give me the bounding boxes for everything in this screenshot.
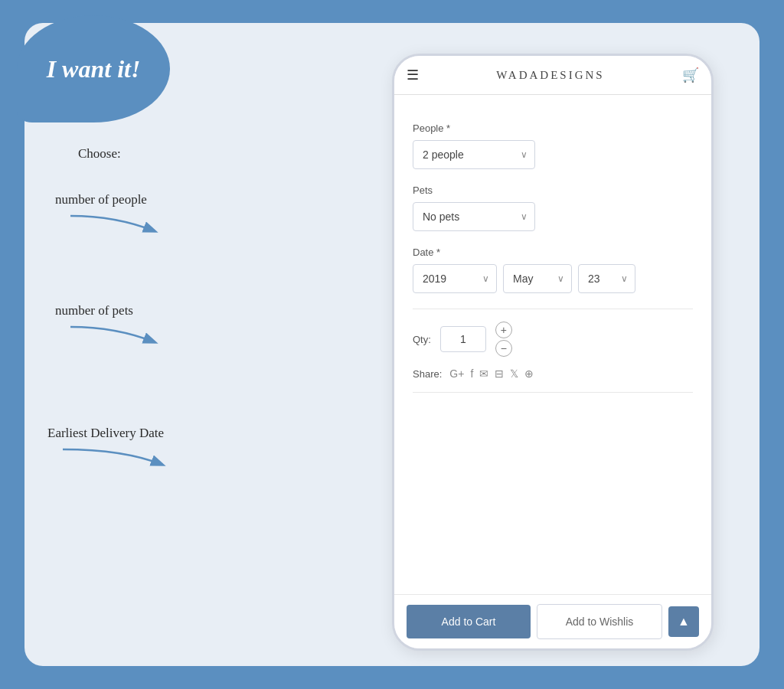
hamburger-icon[interactable]: ☰ — [407, 67, 419, 83]
share-email-icon[interactable]: ✉ — [479, 367, 488, 380]
phone-bottom: Add to Cart Add to Wishlis ▲ — [394, 594, 711, 648]
arrow-pets — [55, 319, 162, 365]
people-label: People * — [413, 122, 693, 134]
outer-card: I want it! Choose: number of people numb… — [24, 23, 760, 666]
annotation-people: number of people — [55, 191, 162, 254]
people-select-wrapper[interactable]: 1 person 2 people 3 people 4 people 5+ p… — [413, 140, 535, 169]
share-twitter-icon[interactable]: 𝕏 — [510, 367, 518, 380]
divider-2 — [413, 392, 693, 393]
nav-title: WADADESIGNS — [496, 69, 604, 82]
arrow-people — [55, 208, 162, 254]
qty-label: Qty: — [413, 334, 431, 345]
pets-label: Pets — [413, 184, 693, 196]
day-select[interactable]: 1234 5101520 23252831 — [578, 264, 635, 293]
qty-increase-button[interactable]: + — [495, 322, 512, 338]
share-icons: G+ f ✉ ⊟ 𝕏 ⊕ — [449, 367, 534, 380]
share-print-icon[interactable]: ⊟ — [495, 367, 504, 380]
share-facebook-icon[interactable]: f — [470, 367, 473, 380]
annotations-area: Choose: number of people number of pets — [47, 138, 323, 597]
bubble: I want it! — [17, 15, 170, 122]
annotation-date: Earliest Delivery Date — [47, 425, 170, 488]
divider-1 — [413, 309, 693, 309]
pets-select-wrapper[interactable]: No pets 1 pet 2 pets 3+ pets — [413, 202, 535, 231]
qty-controls: + − — [495, 322, 512, 357]
year-select-wrapper[interactable]: 2019 2020 2021 — [413, 264, 497, 293]
scroll-top-button[interactable]: ▲ — [668, 606, 699, 637]
cart-icon[interactable]: 🛒 — [682, 67, 699, 83]
pets-field-group: Pets No pets 1 pet 2 pets 3+ pets — [413, 184, 693, 231]
share-google-icon[interactable]: G+ — [449, 367, 464, 380]
month-select[interactable]: JanFebMarApr MayJunJulAug SepOctNovDec — [503, 264, 572, 293]
bubble-text: I want it! — [47, 54, 141, 83]
pets-select[interactable]: No pets 1 pet 2 pets 3+ pets — [413, 202, 535, 231]
phone-content[interactable]: People * 1 person 2 people 3 people 4 pe… — [394, 95, 711, 594]
add-to-wishlist-button[interactable]: Add to Wishlis — [537, 604, 662, 639]
share-label: Share: — [413, 368, 442, 380]
month-select-wrapper[interactable]: JanFebMarApr MayJunJulAug SepOctNovDec — [503, 264, 572, 293]
annotation-choose: Choose: — [78, 145, 121, 162]
people-field-group: People * 1 person 2 people 3 people 4 pe… — [413, 122, 693, 169]
arrow-date — [47, 442, 170, 488]
qty-decrease-button[interactable]: − — [495, 340, 512, 357]
phone-nav: ☰ WADADESIGNS 🛒 — [394, 56, 711, 95]
people-select[interactable]: 1 person 2 people 3 people 4 people 5+ p… — [413, 140, 535, 169]
year-select[interactable]: 2019 2020 2021 — [413, 264, 497, 293]
qty-input[interactable] — [440, 326, 486, 352]
share-pinterest-icon[interactable]: ⊕ — [524, 367, 534, 380]
date-label: Date * — [413, 247, 693, 258]
share-row: Share: G+ f ✉ ⊟ 𝕏 ⊕ — [413, 367, 693, 380]
day-select-wrapper[interactable]: 1234 5101520 23252831 — [578, 264, 635, 293]
qty-row: Qty: + − — [413, 322, 693, 357]
phone-mockup: ☰ WADADESIGNS 🛒 People * 1 person 2 peop… — [392, 54, 714, 651]
add-to-cart-button[interactable]: Add to Cart — [407, 605, 531, 638]
annotation-pets: number of pets — [55, 302, 162, 365]
date-row: 2019 2020 2021 JanFebMarApr MayJunJulAug… — [413, 264, 693, 293]
date-field-group: Date * 2019 2020 2021 JanFebMarApr MayJu… — [413, 247, 693, 293]
